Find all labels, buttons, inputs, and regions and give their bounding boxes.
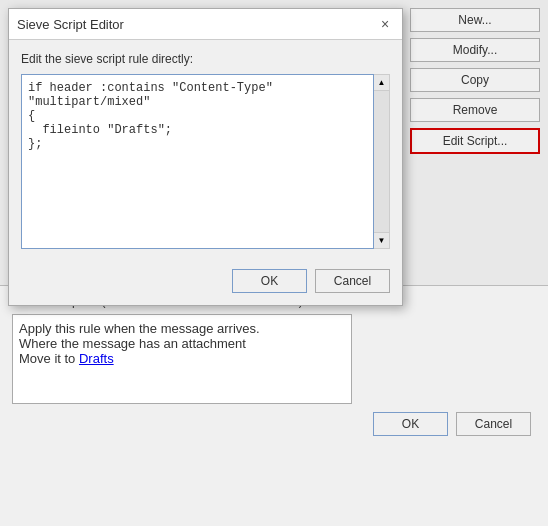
dialog-titlebar: Sieve Script Editor ×: [9, 9, 402, 40]
rule-ok-button[interactable]: OK: [373, 412, 448, 436]
new-button[interactable]: New...: [410, 8, 540, 32]
scrollbar-track[interactable]: [374, 91, 389, 232]
script-code: if header :contains "Content-Type" "mult…: [28, 81, 367, 151]
script-text-area[interactable]: if header :contains "Content-Type" "mult…: [21, 74, 374, 249]
rule-panel-buttons: OK Cancel: [12, 412, 536, 436]
dialog-instruction: Edit the sieve script rule directly:: [21, 52, 390, 66]
dialog-title: Sieve Script Editor: [17, 17, 124, 32]
scrollbar-up-arrow[interactable]: ▲: [374, 75, 389, 91]
sieve-editor-dialog: Sieve Script Editor × Edit the sieve scr…: [8, 8, 403, 306]
rule-description-box: Apply this rule when the message arrives…: [12, 314, 352, 404]
rule-line-1: Apply this rule when the message arrives…: [19, 321, 345, 336]
drafts-link[interactable]: Drafts: [79, 351, 114, 366]
right-panel: New... Modify... Copy Remove Edit Script…: [410, 8, 540, 154]
rule-line-3: Move it to Drafts: [19, 351, 345, 366]
rule-line-2: Where the message has an attachment: [19, 336, 345, 351]
modify-button[interactable]: Modify...: [410, 38, 540, 62]
remove-button[interactable]: Remove: [410, 98, 540, 122]
rule-cancel-button[interactable]: Cancel: [456, 412, 531, 436]
dialog-cancel-button[interactable]: Cancel: [315, 269, 390, 293]
scrollbar: ▲ ▼: [374, 74, 390, 249]
script-editor-container: if header :contains "Content-Type" "mult…: [21, 74, 390, 249]
dialog-body: Edit the sieve script rule directly: if …: [9, 40, 402, 261]
copy-button[interactable]: Copy: [410, 68, 540, 92]
dialog-close-button[interactable]: ×: [376, 15, 394, 33]
rule-panel: Rule description (click on an underlined…: [0, 285, 548, 526]
edit-script-button[interactable]: Edit Script...: [410, 128, 540, 154]
scrollbar-down-arrow[interactable]: ▼: [374, 232, 389, 248]
dialog-ok-button[interactable]: OK: [232, 269, 307, 293]
dialog-footer: OK Cancel: [9, 261, 402, 305]
